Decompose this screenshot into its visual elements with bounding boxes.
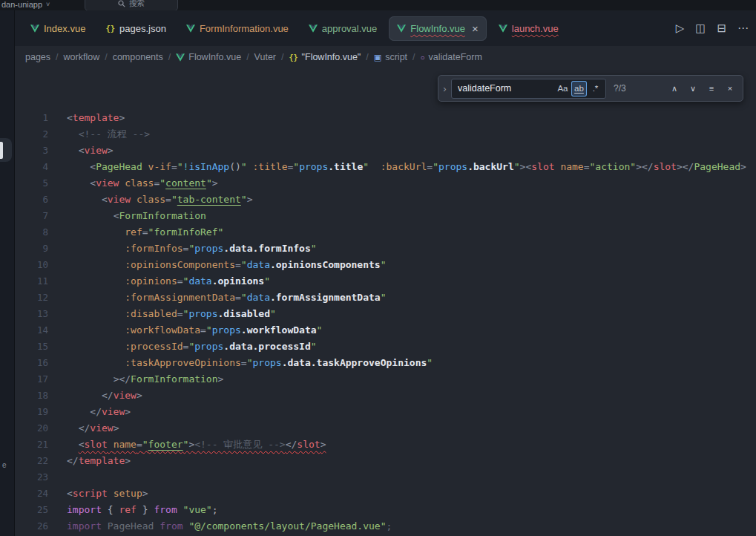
code-token (67, 194, 102, 205)
code-line[interactable]: 9 :formInfos="props.data.formInfos" (0, 241, 756, 257)
code-token: template (79, 455, 125, 466)
run-button[interactable]: ▷ (676, 22, 685, 35)
find-expand-toggle[interactable]: › (438, 76, 451, 101)
code-line[interactable]: 2 <!-- 流程 --> (0, 126, 756, 143)
layout-button[interactable]: ⊟ (717, 22, 726, 35)
code-token (67, 177, 90, 189)
breadcrumb-item[interactable]: Vuter (254, 52, 276, 62)
code-line[interactable]: 14 :workflowData="props.workflowData" (0, 322, 756, 339)
code-token: :formAssignmentData (125, 292, 235, 303)
workspace-menu[interactable]: dan-uniapp ˅ (1, 0, 50, 10)
code-token: footer (148, 439, 183, 450)
tab-launch.vue[interactable]: launch.vue (490, 16, 567, 41)
code-line[interactable]: 3 <view> (0, 143, 756, 159)
code-token (67, 275, 125, 287)
code-line-content: ref="formInfoRef" (48, 224, 223, 241)
code-token: .title (328, 161, 363, 172)
code-token: > (114, 422, 119, 434)
code-line[interactable]: 22</template> (0, 453, 756, 469)
code-line[interactable]: 19 </view> (0, 404, 756, 420)
breadcrumb-label: Vuter (254, 52, 276, 62)
code-line-content: </view> (48, 404, 131, 420)
code-line[interactable]: 26import PageHead from "@/components/lay… (0, 518, 756, 535)
code-token: .workflowData (241, 324, 317, 336)
find-in-selection-button[interactable]: ≡ (703, 80, 720, 97)
code-line[interactable]: 21 <slot name="footer"><!-- 审批意见 --></sl… (0, 437, 756, 453)
code-line[interactable]: 15 :processId="props.data.processId" (0, 339, 756, 355)
close-tab-icon[interactable]: × (472, 23, 479, 34)
code-line[interactable]: 25import { ref } from "vue"; (0, 502, 756, 518)
activity-partial-text: e (2, 461, 7, 469)
code-line[interactable]: 8 ref="formInfoRef" (0, 224, 756, 241)
tab-approval.vue[interactable]: approval.vue (300, 16, 385, 41)
breadcrumb-item[interactable]: components (113, 52, 163, 62)
code-token (142, 161, 148, 172)
command-center-search[interactable]: 搜索 (85, 0, 178, 10)
code-token (67, 226, 125, 238)
vue-logo-icon (186, 24, 195, 33)
breadcrumb-item[interactable]: FlowInfo.vue (176, 52, 241, 62)
close-find-button[interactable]: × (722, 80, 738, 97)
tab-Index.vue[interactable]: Index.vue (22, 16, 93, 41)
code-line[interactable]: 5 <view class="content"> (0, 175, 756, 192)
match-case-toggle[interactable]: Aa (555, 81, 571, 97)
json-braces-icon: {} (105, 24, 115, 33)
code-token: FormInformation (131, 373, 217, 385)
tab-FlowInfo.vue[interactable]: FlowInfo.vue× (389, 16, 486, 41)
code-line[interactable]: 20 </view> (0, 420, 756, 437)
code-token (369, 161, 381, 172)
error-squiggle: <slot name="footer"><!-- 审批意见 --></slot> (79, 439, 326, 450)
code-token: :taskApproveOpinions (125, 357, 241, 368)
code-line[interactable]: 24<script setup> (0, 486, 756, 502)
code-line-content: <view> (48, 143, 114, 159)
find-buttons: ∧∨≡× (666, 80, 738, 97)
tab-pages.json[interactable]: {}pages.json (97, 16, 174, 41)
code-token: " (171, 194, 177, 205)
whole-word-toggle[interactable]: ab (571, 81, 587, 97)
split-editor-button[interactable]: ◫ (695, 22, 706, 35)
code-token (67, 406, 90, 417)
code-line[interactable]: 12 :formAssignmentData="data.formAssignm… (0, 290, 756, 306)
code-line[interactable]: 4 <PageHead v-if="!isInApp()" :title="pr… (0, 159, 756, 175)
code-line[interactable]: 23 (0, 469, 756, 486)
code-token: data (247, 292, 270, 303)
use-regex-toggle[interactable]: .* (588, 81, 603, 97)
previous-match-button[interactable]: ∧ (666, 80, 683, 97)
breadcrumb-item[interactable]: {}"FlowInfo.vue" (289, 52, 361, 62)
code-token (67, 341, 125, 352)
code-token: view (108, 194, 131, 205)
code-token: props (188, 308, 217, 319)
code-token: ; (212, 504, 218, 515)
code-token: .opinions (212, 275, 264, 287)
tab-FormInformation.vue[interactable]: FormInformation.vue (178, 16, 297, 41)
code-token: script (73, 488, 108, 499)
code-token: props (252, 357, 281, 368)
code-line[interactable]: 6 <view class="tab-content"> (0, 192, 756, 208)
code-line[interactable]: 16 :taskApproveOpinions="props.data.task… (0, 355, 756, 371)
code-token: < (67, 112, 73, 123)
code-line[interactable]: 1<template> (0, 110, 756, 126)
find-toggles: Aaab.* (554, 81, 603, 97)
breadcrumb-label: "FlowInfo.vue" (302, 52, 361, 62)
code-line[interactable]: 18 </view> (0, 388, 756, 404)
code-line[interactable]: 7 <FormInformation (0, 208, 756, 224)
breadcrumb-item[interactable]: ▣script (374, 52, 407, 62)
code-line[interactable]: 17 ></FormInformation> (0, 371, 756, 388)
breadcrumb-label: workflow (64, 52, 100, 62)
breadcrumb-item[interactable]: ○validateForm (421, 52, 482, 62)
code-line[interactable]: 13 :disabled="props.disabled" (0, 306, 756, 322)
code-token: " (317, 324, 323, 336)
more-actions-button[interactable]: ⋯ (737, 22, 749, 35)
breadcrumb-item[interactable]: pages (25, 52, 50, 62)
find-input[interactable] (453, 83, 554, 94)
code-token: :title (253, 161, 288, 172)
code-token: slot (297, 439, 320, 450)
code-line[interactable]: 11 :opinions="data.opinions" (0, 273, 756, 290)
code-token: = (177, 308, 183, 319)
code-line-content: :formInfos="props.data.formInfos" (48, 241, 317, 257)
code-line[interactable]: 10 :opinionsComponents="data.opinionsCom… (0, 257, 756, 273)
next-match-button[interactable]: ∨ (685, 80, 701, 97)
breadcrumb-item[interactable]: workflow (64, 52, 100, 62)
code-token (108, 439, 114, 450)
code-token: < (102, 194, 108, 205)
